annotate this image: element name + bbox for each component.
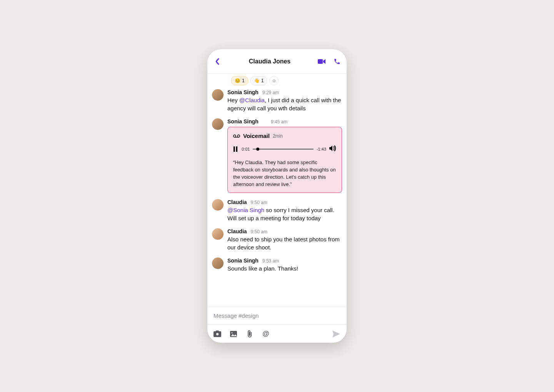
message-item: Sonia Singh 9:29 am Hey @Claudia, I just… (212, 89, 342, 112)
message-item: Sonia Singh 9:53 am Sounds like a plan. … (212, 257, 342, 272)
message-list[interactable]: 😊 1 👋 1 ☺ Sonia Singh 9:29 am Hey @Claud… (207, 74, 347, 307)
image-icon (230, 331, 237, 337)
paperclip-icon (247, 330, 253, 338)
playback-scrubber[interactable] (253, 149, 314, 149)
message-input[interactable] (207, 307, 347, 324)
reaction-chip[interactable]: 👋 1 (250, 76, 267, 85)
playback-position: 0:01 (242, 147, 250, 151)
message-time: 9:50 am (251, 229, 267, 234)
svg-rect-0 (318, 59, 323, 64)
send-icon (332, 331, 340, 337)
svg-point-8 (231, 332, 232, 333)
voicemail-transcript: “Hey Claudia. They had some specific fee… (233, 159, 336, 188)
back-button[interactable] (213, 57, 222, 66)
avatar[interactable] (212, 118, 224, 130)
message-item: Sonia Singh 9:45 am Voicemail 2min (212, 118, 342, 193)
mention[interactable]: @Sonia Singh (227, 207, 264, 213)
camera-icon (214, 331, 221, 337)
pause-icon (233, 146, 238, 152)
video-call-button[interactable] (317, 57, 326, 66)
volume-icon (329, 145, 336, 151)
message-author: Sonia Singh (227, 89, 259, 95)
chat-window: Claudia Jones 😊 1 👋 1 ☺ (207, 49, 347, 343)
reaction-emoji: 👋 (254, 78, 260, 83)
svg-rect-5 (236, 146, 238, 152)
message-author: Sonia Singh (227, 257, 259, 264)
reaction-row: 😊 1 👋 1 ☺ (212, 74, 342, 89)
playback-remaining: -1:43 (317, 147, 326, 151)
voicemail-player: 0:01 -1:43 (233, 145, 336, 153)
message-composer: @ (207, 307, 347, 343)
avatar[interactable] (212, 89, 224, 101)
chat-title: Claudia Jones (222, 58, 317, 65)
message-text: @Sonia Singh so sorry I missed your call… (227, 206, 342, 222)
avatar[interactable] (212, 228, 224, 240)
svg-rect-4 (234, 146, 235, 152)
camera-button[interactable] (214, 330, 221, 338)
voicemail-icon (233, 133, 240, 139)
message-time: 9:29 am (262, 90, 279, 95)
reaction-count: 1 (261, 78, 264, 83)
video-camera-icon (318, 59, 325, 64)
reaction-chip[interactable]: 😊 1 (231, 76, 248, 85)
mention[interactable]: @Claudia (239, 97, 265, 103)
phone-icon (334, 58, 340, 65)
composer-toolbar: @ (207, 324, 347, 343)
chat-header: Claudia Jones (207, 49, 347, 74)
message-text: Hey @Claudia, I just did a quick call wi… (227, 96, 342, 112)
pause-button[interactable] (233, 146, 239, 152)
voicemail-duration: 2min (273, 133, 283, 139)
volume-button[interactable] (329, 145, 336, 153)
send-button[interactable] (332, 330, 340, 338)
voice-call-button[interactable] (333, 57, 341, 66)
scrubber-knob[interactable] (256, 148, 259, 151)
svg-point-2 (237, 135, 240, 137)
reaction-count: 1 (242, 78, 245, 83)
reaction-emoji: 😊 (235, 78, 240, 83)
mention-button[interactable]: @ (262, 330, 270, 338)
svg-point-6 (216, 333, 219, 335)
message-time: 9:53 am (262, 258, 279, 264)
image-button[interactable] (230, 330, 237, 338)
message-text: Also need to ship you the latest photos … (227, 235, 342, 251)
message-author: Claudia (227, 228, 247, 234)
attachment-button[interactable] (246, 330, 254, 338)
message-author: Sonia Singh (227, 118, 259, 125)
message-item: Claudia 9:50 am @Sonia Singh so sorry I … (212, 199, 342, 222)
message-item: Claudia 9:50 am Also need to ship you th… (212, 228, 342, 251)
voicemail-title: Voicemail (243, 133, 270, 139)
chevron-left-icon (215, 58, 220, 65)
at-sign-icon: @ (262, 330, 269, 338)
smile-icon: ☺ (272, 78, 276, 83)
header-actions (317, 57, 341, 66)
voicemail-card: Voicemail 2min 0:01 -1:43 (227, 127, 342, 193)
svg-point-1 (234, 135, 236, 137)
message-text: Sounds like a plan. Thanks! (227, 264, 342, 272)
add-reaction-button[interactable]: ☺ (269, 76, 279, 85)
avatar[interactable] (212, 199, 224, 211)
message-author: Claudia (227, 199, 247, 205)
message-time: 9:50 am (251, 200, 267, 205)
avatar[interactable] (212, 257, 224, 269)
message-time: 9:45 am (271, 119, 287, 125)
